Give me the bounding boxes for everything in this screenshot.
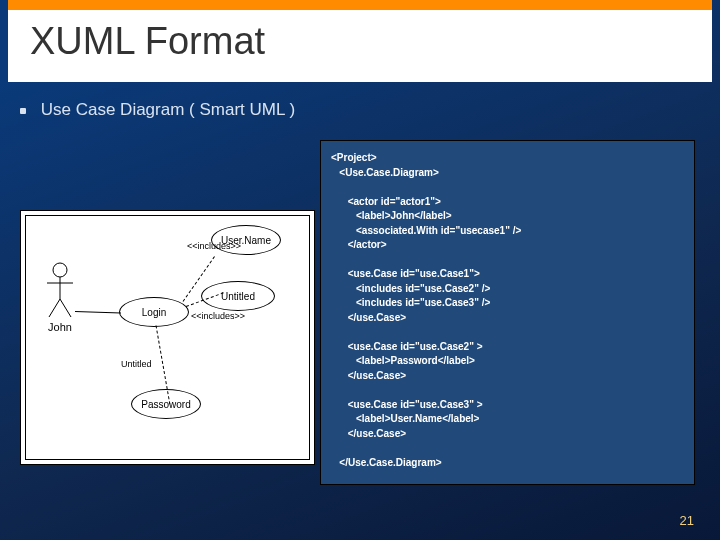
accent-bar — [8, 0, 712, 10]
svg-line-4 — [60, 299, 71, 317]
title-bar: XUML Format — [8, 0, 712, 82]
subtitle-row: Use Case Diagram ( Smart UML ) — [20, 100, 295, 120]
stereotype-includes-mid: <<includes>> — [191, 311, 245, 321]
actor-label: John — [45, 321, 75, 333]
code-block: <Project> <Use.Case.Diagram> <actor id="… — [320, 140, 695, 485]
svg-line-3 — [49, 299, 60, 317]
subtitle-text: Use Case Diagram ( Smart UML ) — [41, 100, 295, 119]
usecase-login: Login — [119, 297, 189, 327]
usecase-password: Passoword — [131, 389, 201, 419]
bullet-icon — [20, 108, 26, 114]
stick-figure-icon — [45, 261, 75, 319]
actor-figure: John — [45, 261, 75, 333]
slide: XUML Format Use Case Diagram ( Smart UML… — [0, 0, 720, 540]
stereotype-untitled: Untitled — [121, 359, 152, 369]
uml-diagram: John User.Name Untitled Login Passoword … — [20, 210, 315, 465]
svg-point-0 — [53, 263, 67, 277]
slide-title: XUML Format — [30, 20, 265, 63]
page-number: 21 — [680, 513, 694, 528]
stereotype-includes-top: <<includes>> — [187, 241, 241, 251]
